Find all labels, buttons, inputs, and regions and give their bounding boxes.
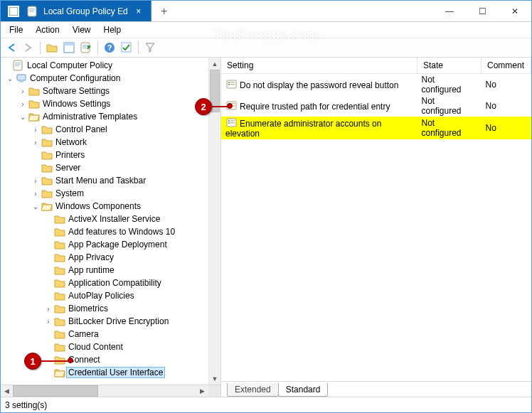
tree-admin-templates[interactable]: ⌄Administrative Templates	[2, 110, 208, 123]
help-button[interactable]	[102, 40, 117, 55]
settings-list[interactable]: Setting State Comment Do not display the…	[221, 58, 531, 381]
expand-icon[interactable]: ›	[31, 126, 41, 134]
folder-icon	[53, 303, 66, 314]
setting-state: Not configured	[417, 74, 482, 96]
expand-icon[interactable]: ›	[18, 100, 28, 108]
active-tab[interactable]: Local Group Policy Ed ×	[1, 1, 151, 21]
gpedit-icon	[5, 6, 22, 17]
tree-printers[interactable]: Printers	[2, 149, 208, 161]
folder-icon	[41, 162, 53, 173]
maximize-button[interactable]: ☐	[466, 1, 499, 21]
filter-button[interactable]	[142, 40, 158, 55]
new-tab-button[interactable]: +	[151, 1, 177, 21]
properties-button[interactable]	[119, 40, 134, 55]
setting-row[interactable]: Do not display the password reveal butto…	[221, 74, 531, 96]
expand-icon[interactable]: ›	[18, 87, 28, 95]
scroll-right-icon[interactable]: ▶	[196, 385, 208, 397]
statusbar: 3 setting(s)	[1, 397, 531, 412]
tree-item[interactable]: Credential User Interface	[2, 366, 208, 379]
tree-network[interactable]: ›Network	[2, 136, 208, 149]
forward-button[interactable]	[21, 40, 36, 55]
tree-item[interactable]: Connect	[2, 353, 208, 366]
tab-close-icon[interactable]: ×	[132, 6, 145, 16]
folder-icon	[53, 290, 66, 301]
menu-action[interactable]: Action	[30, 23, 65, 36]
policy-icon	[12, 60, 25, 71]
tree-item-label: App Package Deployment	[66, 239, 169, 250]
tree-item[interactable]: ActiveX Installer Service	[2, 213, 208, 225]
tree-item[interactable]: Camera	[2, 328, 208, 340]
tree-control-panel[interactable]: ›Control Panel	[2, 123, 208, 136]
tree-root[interactable]: Local Computer Policy	[2, 59, 208, 72]
collapse-icon[interactable]: ⌄	[18, 113, 28, 121]
scroll-up-icon[interactable]: ▲	[209, 58, 220, 70]
setting-state: Not configured	[417, 95, 482, 117]
col-comment[interactable]: Comment	[482, 58, 531, 74]
tab-standard[interactable]: Standard	[278, 383, 329, 397]
tree-start-menu[interactable]: ›Start Menu and Taskbar	[2, 174, 208, 187]
scroll-thumb[interactable]	[210, 70, 220, 112]
tree-hscrollbar[interactable]: ◀ ▶	[1, 385, 220, 397]
expand-icon[interactable]: ›	[43, 318, 53, 326]
tree-item[interactable]: Cloud Content	[2, 340, 208, 353]
setting-name: Require trusted path for credential entr…	[240, 102, 390, 112]
view-button[interactable]	[61, 40, 77, 55]
folder-icon	[53, 264, 66, 276]
setting-row[interactable]: Require trusted path for credential entr…	[221, 95, 531, 117]
tree-windows-components[interactable]: ⌄Windows Components	[2, 200, 208, 213]
tree-item-label: Cloud Content	[66, 341, 125, 353]
scroll-left-icon[interactable]: ◀	[1, 385, 13, 397]
tree-item-label: Credential User Interface	[66, 367, 165, 378]
tree-computer-config[interactable]: ⌄Computer Configuration	[2, 72, 208, 85]
menubar: File Action View Help	[1, 22, 531, 38]
tree[interactable]: Local Computer Policy ⌄Computer Configur…	[1, 58, 208, 385]
computer-icon	[15, 73, 28, 84]
collapse-icon[interactable]: ⌄	[31, 203, 41, 210]
tree-vscrollbar[interactable]: ▲ ▼	[208, 58, 220, 385]
tree-item-label: BitLocker Drive Encryption	[66, 316, 171, 327]
tree-item[interactable]: App Privacy	[2, 251, 208, 264]
back-button[interactable]	[4, 40, 19, 55]
tree-windows-settings[interactable]: ›Windows Settings	[2, 97, 208, 110]
window-buttons: — ☐ ✕	[433, 1, 531, 21]
folder-icon	[53, 354, 66, 365]
scroll-thumb[interactable]	[13, 385, 98, 397]
expand-icon[interactable]: ›	[43, 305, 53, 313]
expand-icon[interactable]: ›	[31, 139, 41, 146]
tree-system[interactable]: ›System	[2, 187, 208, 200]
tab-extended[interactable]: Extended	[227, 383, 279, 397]
menu-file[interactable]: File	[4, 23, 28, 36]
tree-item[interactable]: AutoPlay Policies	[2, 289, 208, 302]
col-state[interactable]: State	[417, 58, 482, 74]
menu-view[interactable]: View	[67, 23, 97, 36]
tree-item[interactable]: ›Biometrics	[2, 302, 208, 315]
tree-item[interactable]: ›BitLocker Drive Encryption	[2, 315, 208, 328]
col-setting[interactable]: Setting	[221, 58, 417, 74]
folder-icon	[53, 341, 66, 353]
tree-item-label: Camera	[66, 328, 101, 340]
scroll-down-icon[interactable]: ▼	[209, 372, 220, 385]
tree-item[interactable]: Add features to Windows 10	[2, 225, 208, 238]
tree-item[interactable]: Application Compatibility	[2, 277, 208, 289]
show-hide-tree-button[interactable]	[44, 40, 60, 55]
setting-row[interactable]: Enumerate administrator accounts on elev…	[221, 117, 531, 139]
policy-icon	[26, 6, 39, 17]
export-button[interactable]	[78, 40, 94, 55]
tree-item-label: Connect	[66, 354, 102, 365]
expand-icon[interactable]: ›	[31, 190, 41, 198]
tree-server[interactable]: Server	[2, 161, 208, 174]
tree-pane: Local Computer Policy ⌄Computer Configur…	[1, 58, 221, 397]
setting-comment: No	[482, 74, 531, 96]
tree-software-settings[interactable]: ›Software Settings	[2, 85, 208, 97]
tree-item[interactable]: App Package Deployment	[2, 238, 208, 251]
menu-help[interactable]: Help	[98, 23, 127, 36]
folder-icon	[28, 98, 41, 109]
policy-icon	[225, 117, 237, 127]
expand-icon[interactable]: ›	[31, 177, 41, 185]
close-button[interactable]: ✕	[499, 1, 531, 21]
tree-item[interactable]: App runtime	[2, 264, 208, 277]
minimize-button[interactable]: —	[433, 1, 466, 21]
setting-comment: No	[482, 95, 531, 117]
folder-open-icon	[53, 367, 66, 378]
collapse-icon[interactable]: ⌄	[5, 75, 15, 82]
